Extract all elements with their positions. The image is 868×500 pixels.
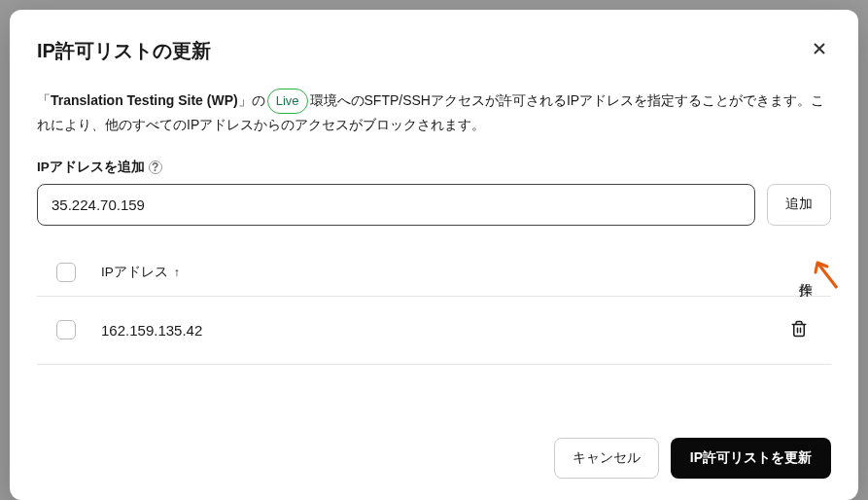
ip-table: IPアドレス ↑ 操作 162.159.135.42 <box>37 253 831 418</box>
modal-header: IP許可リストの更新 <box>37 37 831 65</box>
ip-allowlist-modal: IP許可リストの更新 「Translation Testing Site (WP… <box>10 10 858 500</box>
add-button[interactable]: 追加 <box>767 184 831 226</box>
desc-mid1: 」の <box>238 92 265 108</box>
ip-column-header-text: IPアドレス <box>101 264 168 281</box>
help-icon[interactable]: ? <box>149 161 162 174</box>
add-ip-label-text: IPアドレスを追加 <box>37 159 145 176</box>
modal-description: 「Translation Testing Site (WP)」のLive環境への… <box>37 89 831 137</box>
close-icon <box>812 41 827 56</box>
select-all-checkbox[interactable] <box>56 263 76 282</box>
ip-column-header[interactable]: IPアドレス ↑ <box>101 264 180 281</box>
add-ip-row: 追加 <box>37 184 831 226</box>
desc-prefix: 「 <box>37 92 51 108</box>
site-name: Translation Testing Site (WP) <box>51 92 238 108</box>
table-row: 162.159.135.42 <box>37 297 831 365</box>
close-button[interactable] <box>808 37 831 65</box>
trash-icon <box>790 320 808 338</box>
ip-cell: 162.159.135.42 <box>101 322 202 339</box>
ip-input[interactable] <box>37 184 755 226</box>
sort-arrow-icon: ↑ <box>174 266 180 279</box>
row-checkbox[interactable] <box>56 320 76 339</box>
env-badge: Live <box>267 89 308 114</box>
cancel-button[interactable]: キャンセル <box>554 438 659 479</box>
modal-title: IP許可リストの更新 <box>37 38 211 64</box>
delete-button[interactable] <box>786 316 812 344</box>
modal-footer: キャンセル IP許可リストを更新 <box>37 418 831 479</box>
table-header: IPアドレス ↑ 操作 <box>37 253 831 297</box>
row-actions <box>786 316 812 344</box>
submit-button[interactable]: IP許可リストを更新 <box>671 438 831 479</box>
add-ip-label: IPアドレスを追加 ? <box>37 159 831 176</box>
